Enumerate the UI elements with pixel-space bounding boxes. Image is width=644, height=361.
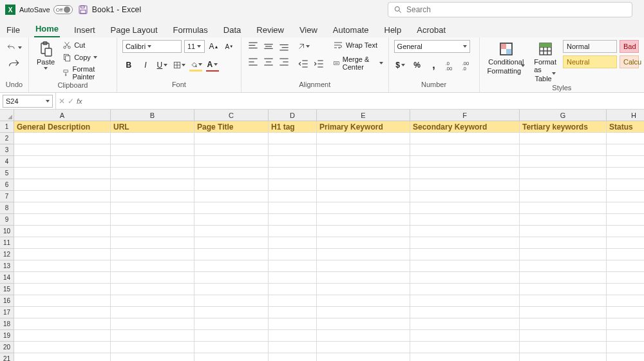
- cell-D3[interactable]: [269, 144, 317, 156]
- cell-F10[interactable]: [410, 226, 520, 237]
- cell-C4[interactable]: [194, 156, 269, 168]
- row-header-4[interactable]: 4: [0, 156, 14, 168]
- cell-E4[interactable]: [317, 156, 410, 168]
- cell-B12[interactable]: [111, 249, 194, 260]
- row-header-19[interactable]: 19: [0, 330, 14, 342]
- fill-color-button[interactable]: [189, 59, 202, 72]
- cell-A6[interactable]: [14, 179, 111, 191]
- border-button[interactable]: [173, 59, 185, 72]
- cell-G3[interactable]: [520, 144, 607, 156]
- cell-D21[interactable]: [269, 353, 317, 361]
- cell-F7[interactable]: [410, 191, 520, 202]
- align-middle-button[interactable]: [262, 40, 275, 53]
- cell-A10[interactable]: [14, 226, 111, 237]
- row-header-14[interactable]: 14: [0, 272, 14, 284]
- cell-H16[interactable]: [607, 295, 644, 307]
- cell-E20[interactable]: [317, 342, 410, 353]
- fx-cancel-icon[interactable]: ✕: [59, 97, 65, 106]
- style-neutral[interactable]: Neutral: [563, 55, 617, 68]
- cell-G4[interactable]: [520, 156, 607, 168]
- row-header-17[interactable]: 17: [0, 307, 14, 318]
- cell-B13[interactable]: [111, 260, 194, 272]
- increase-indent-button[interactable]: [312, 57, 325, 70]
- cell-C8[interactable]: [194, 202, 269, 214]
- cell-G16[interactable]: [520, 295, 607, 307]
- cell-F16[interactable]: [410, 295, 520, 307]
- cell-F6[interactable]: [410, 179, 520, 191]
- cell-A12[interactable]: [14, 249, 111, 260]
- cell-A18[interactable]: [14, 318, 111, 330]
- cell-E14[interactable]: [317, 272, 410, 284]
- align-center-button[interactable]: [262, 55, 275, 68]
- cell-C18[interactable]: [194, 318, 269, 330]
- merge-center-button[interactable]: Merge & Center: [333, 55, 383, 71]
- cell-A9[interactable]: [14, 214, 111, 226]
- cell-B5[interactable]: [111, 168, 194, 179]
- number-format-combo[interactable]: General: [394, 40, 470, 53]
- font-name-combo[interactable]: Calibri: [122, 40, 182, 53]
- cell-G19[interactable]: [520, 330, 607, 342]
- cell-B6[interactable]: [111, 179, 194, 191]
- cell-B3[interactable]: [111, 144, 194, 156]
- name-box[interactable]: S24: [3, 95, 53, 108]
- cell-H1[interactable]: Status: [607, 121, 644, 133]
- row-header-10[interactable]: 10: [0, 226, 14, 237]
- cell-B16[interactable]: [111, 295, 194, 307]
- cell-D7[interactable]: [269, 191, 317, 202]
- cell-G11[interactable]: [520, 237, 607, 249]
- cell-H4[interactable]: [607, 156, 644, 168]
- underline-button[interactable]: U: [156, 59, 169, 72]
- cell-G13[interactable]: [520, 260, 607, 272]
- redo-button[interactable]: [8, 58, 21, 71]
- cell-F11[interactable]: [410, 237, 520, 249]
- cell-A1[interactable]: General Description: [14, 121, 111, 133]
- cell-H10[interactable]: [607, 226, 644, 237]
- cell-A5[interactable]: [14, 168, 111, 179]
- cell-E1[interactable]: Primary Keyword: [317, 121, 410, 133]
- row-header-6[interactable]: 6: [0, 179, 14, 191]
- cell-E21[interactable]: [317, 353, 410, 361]
- row-header-2[interactable]: 2: [0, 133, 14, 144]
- save-icon[interactable]: [78, 5, 88, 15]
- cell-A21[interactable]: [14, 353, 111, 361]
- cell-H6[interactable]: [607, 179, 644, 191]
- tab-page-layout[interactable]: Page Layout: [109, 23, 159, 37]
- cell-G9[interactable]: [520, 214, 607, 226]
- column-header-E[interactable]: E: [317, 110, 410, 121]
- percent-button[interactable]: %: [411, 59, 424, 72]
- style-bad[interactable]: Bad: [620, 40, 639, 53]
- cell-H20[interactable]: [607, 342, 644, 353]
- cell-E17[interactable]: [317, 307, 410, 318]
- tab-home[interactable]: Home: [34, 21, 60, 37]
- cell-B19[interactable]: [111, 330, 194, 342]
- cell-D8[interactable]: [269, 202, 317, 214]
- column-header-H[interactable]: H: [607, 110, 644, 121]
- row-header-16[interactable]: 16: [0, 295, 14, 307]
- formula-input[interactable]: [85, 93, 644, 109]
- row-header-8[interactable]: 8: [0, 202, 14, 214]
- cell-H8[interactable]: [607, 202, 644, 214]
- fx-icon[interactable]: fx: [77, 97, 82, 105]
- cell-C10[interactable]: [194, 226, 269, 237]
- cell-D11[interactable]: [269, 237, 317, 249]
- cell-B10[interactable]: [111, 226, 194, 237]
- cell-A4[interactable]: [14, 156, 111, 168]
- increase-font-button[interactable]: A▲: [207, 40, 220, 53]
- cell-G5[interactable]: [520, 168, 607, 179]
- cell-G8[interactable]: [520, 202, 607, 214]
- cell-F20[interactable]: [410, 342, 520, 353]
- cell-F15[interactable]: [410, 284, 520, 295]
- cell-E18[interactable]: [317, 318, 410, 330]
- column-header-C[interactable]: C: [194, 110, 269, 121]
- align-right-button[interactable]: [278, 55, 290, 68]
- cell-C5[interactable]: [194, 168, 269, 179]
- row-header-9[interactable]: 9: [0, 214, 14, 226]
- align-bottom-button[interactable]: [278, 40, 290, 53]
- cell-D6[interactable]: [269, 179, 317, 191]
- cell-D19[interactable]: [269, 330, 317, 342]
- cell-C1[interactable]: Page Title: [194, 121, 269, 133]
- cell-G20[interactable]: [520, 342, 607, 353]
- cell-G2[interactable]: [520, 133, 607, 144]
- fx-enter-icon[interactable]: ✓: [68, 97, 74, 106]
- cell-D2[interactable]: [269, 133, 317, 144]
